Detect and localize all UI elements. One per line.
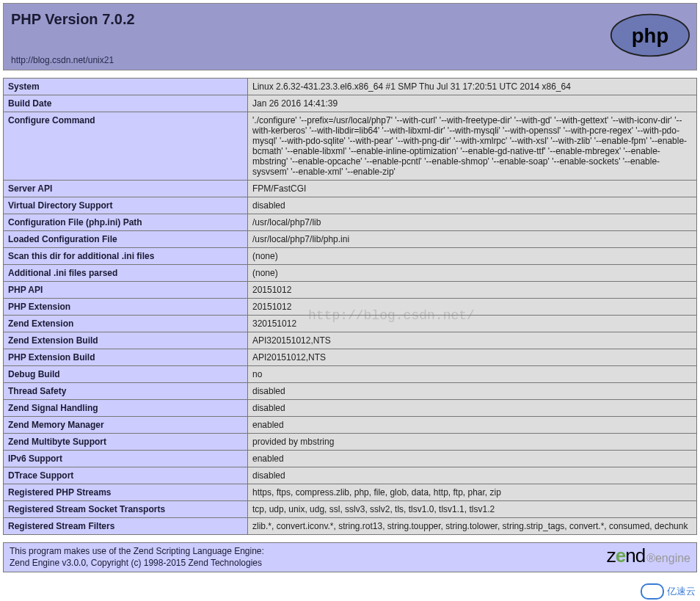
phpinfo-header: PHP Version 7.0.2 http://blog.csdn.net/u… [3,3,697,70]
table-row: Build DateJan 26 2016 14:41:39 [4,95,697,112]
phpinfo-table: SystemLinux 2.6.32-431.23.3.el6.x86_64 #… [3,78,697,535]
table-row: Thread Safetydisabled [4,383,697,400]
table-row: Zend Memory Managerenabled [4,417,697,434]
row-key: Additional .ini files parsed [4,265,248,282]
row-value: API20151012,NTS [248,349,697,366]
row-key: Thread Safety [4,383,248,400]
svg-text:php: php [632,24,668,47]
row-key: Scan this dir for additional .ini files [4,248,248,265]
footer-line-2: Zend Engine v3.0.0, Copyright (c) 1998-2… [10,558,690,569]
row-value: /usr/local/php7/lib/php.ini [248,231,697,248]
table-row: Server APIFPM/FastCGI [4,181,697,197]
table-row: DTrace Supportdisabled [4,467,697,484]
row-key: IPv6 Support [4,451,248,467]
table-row: Additional .ini files parsed(none) [4,265,697,282]
table-row: Zend Multibyte Supportprovided by mbstri… [4,434,697,451]
table-row: Zend Signal Handlingdisabled [4,400,697,417]
row-value: (none) [248,248,697,265]
row-value: Jan 26 2016 14:41:39 [248,95,697,112]
footer-line-1: This program makes use of the Zend Scrip… [10,546,690,558]
page-title: PHP Version 7.0.2 [11,10,689,28]
row-key: Debug Build [4,366,248,383]
table-row: Configuration File (php.ini) Path/usr/lo… [4,214,697,231]
row-value: (none) [248,265,697,282]
row-value: enabled [248,417,697,434]
row-value: https, ftps, compress.zlib, php, file, g… [248,484,697,501]
zend-footer: This program makes use of the Zend Scrip… [3,542,697,572]
row-value: 320151012 [248,316,697,332]
row-value: 20151012 [248,282,697,299]
row-key: PHP API [4,282,248,299]
row-value: tcp, udp, unix, udg, ssl, sslv3, sslv2, … [248,501,697,518]
table-row: Registered Stream Socket Transportstcp, … [4,501,697,518]
row-value: API320151012,NTS [248,332,697,349]
row-value: /usr/local/php7/lib [248,214,697,231]
row-value: Linux 2.6.32-431.23.3.el6.x86_64 #1 SMP … [248,79,697,95]
table-row: PHP Extension BuildAPI20151012,NTS [4,349,697,366]
row-value: enabled [248,451,697,467]
row-key: Server API [4,181,248,197]
row-value: provided by mbstring [248,434,697,451]
row-key: Configuration File (php.ini) Path [4,214,248,231]
row-value: disabled [248,400,697,417]
row-key: System [4,79,248,95]
row-key: Registered Stream Socket Transports [4,501,248,518]
row-key: Zend Multibyte Support [4,434,248,451]
row-key: Zend Extension Build [4,332,248,349]
table-row: Registered Stream Filterszlib.*, convert… [4,518,697,535]
table-row: Configure Command'./configure' '--prefix… [4,112,697,181]
row-value: disabled [248,383,697,400]
table-row: Registered PHP Streamshttps, ftps, compr… [4,484,697,501]
table-row: IPv6 Supportenabled [4,451,697,467]
row-value: './configure' '--prefix=/usr/local/php7'… [248,112,697,181]
row-key: PHP Extension Build [4,349,248,366]
table-row: SystemLinux 2.6.32-431.23.3.el6.x86_64 #… [4,79,697,95]
zend-logo: zend®engine [607,544,690,567]
row-key: Virtual Directory Support [4,197,248,214]
row-key: Build Date [4,95,248,112]
row-value: FPM/FastCGI [248,181,697,197]
source-url: http://blog.csdn.net/unix21 [11,55,114,65]
table-row: Zend Extension BuildAPI320151012,NTS [4,332,697,349]
table-row: Virtual Directory Supportdisabled [4,197,697,214]
row-value: zlib.*, convert.iconv.*, string.rot13, s… [248,518,697,535]
table-row: Debug Buildno [4,366,697,383]
row-key: Configure Command [4,112,248,181]
row-value: disabled [248,467,697,484]
row-key: DTrace Support [4,467,248,484]
table-row: Scan this dir for additional .ini files(… [4,248,697,265]
row-value: 20151012 [248,299,697,316]
row-key: Registered PHP Streams [4,484,248,501]
php-logo: php [610,12,690,58]
row-key: PHP Extension [4,299,248,316]
row-key: Zend Memory Manager [4,417,248,434]
row-value: disabled [248,197,697,214]
row-key: Zend Extension [4,316,248,332]
table-row: Loaded Configuration File/usr/local/php7… [4,231,697,248]
row-key: Registered Stream Filters [4,518,248,535]
row-key: Zend Signal Handling [4,400,248,417]
row-key: Loaded Configuration File [4,231,248,248]
table-row: PHP Extension20151012 [4,299,697,316]
table-row: Zend Extension320151012 [4,316,697,332]
row-value: no [248,366,697,383]
table-row: PHP API20151012 [4,282,697,299]
